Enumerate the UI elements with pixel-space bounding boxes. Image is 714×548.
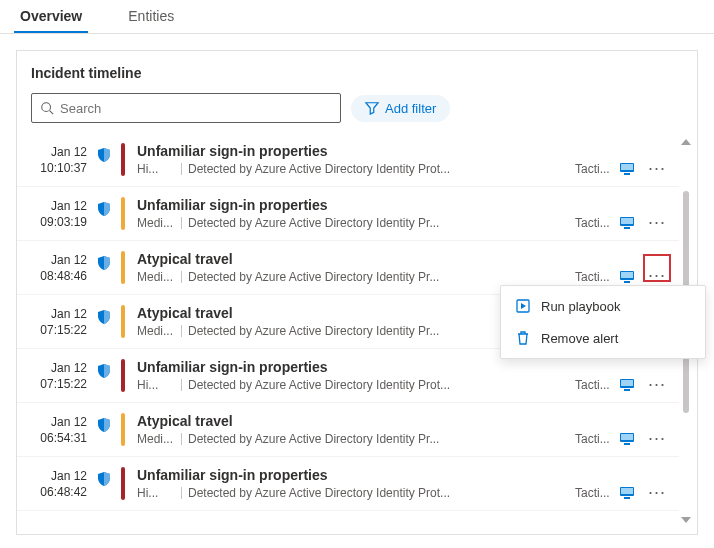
severity-bar (121, 305, 125, 338)
shield-icon (95, 141, 113, 178)
monitor-icon (619, 141, 635, 178)
row-content: Atypical travelMedi...Detected by Azure … (137, 249, 611, 286)
menu-run-playbook[interactable]: Run playbook (501, 290, 705, 322)
scroll-down-icon[interactable] (681, 517, 691, 523)
timeline-row[interactable]: Jan 1206:48:42Unfamiliar sign-in propert… (17, 457, 679, 511)
row-title: Unfamiliar sign-in properties (137, 467, 611, 483)
row-detection: Detected by Azure Active Directory Ident… (188, 216, 569, 230)
tab-bar: Overview Entities (0, 0, 714, 34)
timeline-row[interactable]: Jan 1206:54:31Atypical travelMedi...Dete… (17, 403, 679, 457)
ellipsis-icon: ··· (648, 483, 666, 501)
svg-rect-15 (621, 380, 633, 386)
row-subtitle: Medi...Detected by Azure Active Director… (137, 432, 611, 446)
severity-bar (121, 359, 125, 392)
row-date: Jan 12 (51, 199, 87, 213)
row-time-value: 08:48:46 (31, 269, 87, 285)
row-content: Atypical travelMedi...Detected by Azure … (137, 411, 611, 448)
svg-rect-22 (624, 497, 630, 499)
context-menu: Run playbook Remove alert (500, 285, 706, 359)
row-tactics: Tacti... (575, 486, 611, 500)
row-severity: Medi... (137, 216, 175, 230)
divider (181, 433, 182, 445)
row-detection: Detected by Azure Active Directory Ident… (188, 270, 569, 284)
ellipsis-icon: ··· (648, 213, 666, 231)
panel-title: Incident timeline (17, 51, 697, 93)
more-actions-button[interactable]: ··· (643, 357, 671, 394)
row-subtitle: Medi...Detected by Azure Active Director… (137, 270, 611, 284)
menu-remove-alert[interactable]: Remove alert (501, 322, 705, 354)
playbook-icon (515, 298, 531, 314)
more-actions-button[interactable]: ··· (643, 195, 671, 232)
severity-bar (121, 467, 125, 500)
filter-icon (365, 101, 379, 115)
row-time-value: 09:03:19 (31, 215, 87, 231)
row-detection: Detected by Azure Active Directory Ident… (188, 162, 569, 176)
row-subtitle: Hi...Detected by Azure Active Directory … (137, 378, 611, 392)
row-date: Jan 12 (51, 307, 87, 321)
row-subtitle: Hi...Detected by Azure Active Directory … (137, 162, 611, 176)
more-actions-button[interactable]: ··· (643, 254, 671, 282)
row-timestamp: Jan 1207:15:22 (31, 303, 87, 340)
monitor-icon (619, 249, 635, 286)
svg-line-1 (50, 111, 54, 115)
shield-icon (95, 411, 113, 448)
row-severity: Hi... (137, 162, 175, 176)
svg-rect-7 (624, 227, 630, 229)
row-date: Jan 12 (51, 145, 87, 159)
row-time-value: 06:48:42 (31, 485, 87, 501)
row-date: Jan 12 (51, 253, 87, 267)
search-input[interactable] (60, 101, 332, 116)
scroll-up-icon[interactable] (681, 139, 691, 145)
row-content: Unfamiliar sign-in propertiesHi...Detect… (137, 141, 611, 178)
severity-bar (121, 197, 125, 230)
shield-icon (95, 465, 113, 502)
svg-rect-9 (621, 272, 633, 278)
row-content: Unfamiliar sign-in propertiesMedi...Dete… (137, 195, 611, 232)
row-severity: Hi... (137, 486, 175, 500)
timeline-row[interactable]: Jan 1210:10:37Unfamiliar sign-in propert… (17, 133, 679, 187)
search-box[interactable] (31, 93, 341, 123)
row-timestamp: Jan 1206:48:42 (31, 465, 87, 502)
row-title: Unfamiliar sign-in properties (137, 197, 611, 213)
row-time-value: 06:54:31 (31, 431, 87, 447)
row-detection: Detected by Azure Active Directory Ident… (188, 378, 569, 392)
more-actions-button[interactable]: ··· (643, 141, 671, 178)
tab-entities[interactable]: Entities (122, 0, 180, 33)
shield-icon (95, 249, 113, 286)
divider (181, 487, 182, 499)
svg-rect-3 (621, 164, 633, 170)
add-filter-button[interactable]: Add filter (351, 95, 450, 122)
timeline-row[interactable]: Jan 1209:03:19Unfamiliar sign-in propert… (17, 187, 679, 241)
menu-remove-alert-label: Remove alert (541, 331, 618, 346)
row-title: Unfamiliar sign-in properties (137, 143, 611, 159)
more-actions-button[interactable]: ··· (643, 411, 671, 448)
svg-rect-16 (624, 389, 630, 391)
svg-rect-6 (621, 218, 633, 224)
row-tactics: Tacti... (575, 216, 611, 230)
row-time-value: 07:15:22 (31, 377, 87, 393)
row-timestamp: Jan 1210:10:37 (31, 141, 87, 178)
severity-bar (121, 413, 125, 446)
svg-rect-10 (624, 281, 630, 283)
row-severity: Medi... (137, 432, 175, 446)
shield-icon (95, 357, 113, 394)
row-timestamp: Jan 1206:54:31 (31, 411, 87, 448)
tab-overview[interactable]: Overview (14, 0, 88, 33)
row-timestamp: Jan 1209:03:19 (31, 195, 87, 232)
row-severity: Hi... (137, 378, 175, 392)
row-tactics: Tacti... (575, 378, 611, 392)
severity-bar (121, 143, 125, 176)
row-title: Atypical travel (137, 413, 611, 429)
row-tactics: Tacti... (575, 432, 611, 446)
menu-run-playbook-label: Run playbook (541, 299, 621, 314)
svg-rect-4 (624, 173, 630, 175)
row-time-value: 07:15:22 (31, 323, 87, 339)
row-timestamp: Jan 1207:15:22 (31, 357, 87, 394)
row-content: Unfamiliar sign-in propertiesHi...Detect… (137, 357, 611, 394)
more-actions-button[interactable]: ··· (643, 465, 671, 502)
row-severity: Medi... (137, 270, 175, 284)
ellipsis-icon: ··· (648, 159, 666, 177)
divider (181, 271, 182, 283)
svg-point-0 (42, 103, 51, 112)
divider (181, 325, 182, 337)
